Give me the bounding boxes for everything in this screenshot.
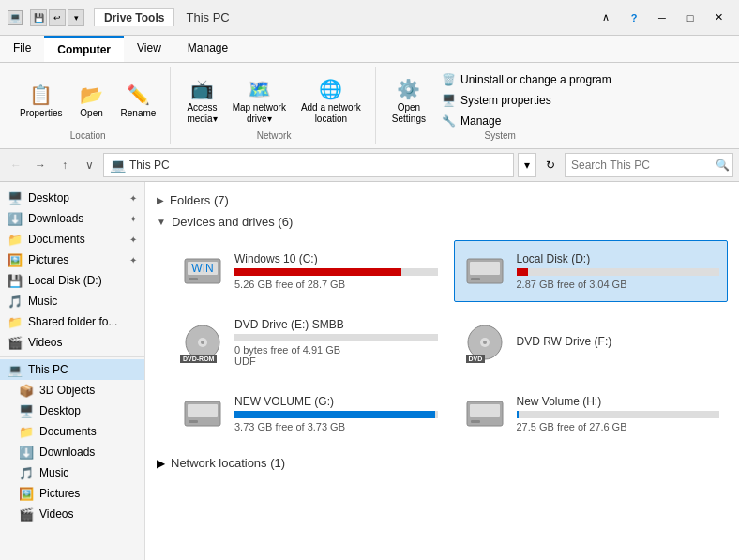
drive-h-size: 27.5 GB free of 27.6 GB bbox=[517, 421, 720, 432]
sidebar-item-localdisk-d-pinned[interactable]: 💾 Local Disk (D:) bbox=[0, 270, 144, 291]
sidebar-item-videos-pinned[interactable]: 🎬 Videos bbox=[0, 332, 144, 353]
map-network-drive-button[interactable]: 🗺️ Map networkdrive▾ bbox=[226, 72, 293, 129]
maximize-button[interactable]: □ bbox=[677, 5, 703, 31]
svg-rect-6 bbox=[471, 278, 480, 280]
network-section-header[interactable]: ▶ Network locations (1) bbox=[157, 452, 728, 474]
drive-e[interactable]: DVD-ROM DVD Drive (E:) SMBB 0 bytes free… bbox=[172, 310, 446, 375]
close-button[interactable]: ✕ bbox=[705, 5, 731, 31]
add-network-location-button[interactable]: 🌐 Add a networklocation bbox=[294, 72, 368, 129]
desktop-icon: 🖥️ bbox=[19, 403, 34, 418]
drive-g-size: 3.73 GB free of 3.73 GB bbox=[234, 421, 438, 432]
search-input[interactable] bbox=[571, 159, 712, 172]
music-label: Music bbox=[39, 466, 68, 479]
properties-button[interactable]: 📋 Properties bbox=[13, 78, 69, 123]
documents-pinned-icon: 📁 bbox=[8, 232, 23, 247]
sidebar-item-shared-pinned[interactable]: 📁 Shared folder fo... bbox=[0, 311, 144, 332]
sidebar-item-desktop-pinned[interactable]: 🖥️ Desktop ✦ bbox=[0, 188, 144, 208]
properties-icon: 📋 bbox=[28, 82, 54, 108]
drive-g-bar-bg bbox=[234, 411, 438, 418]
manage-button[interactable]: 🔧 Manage bbox=[438, 112, 615, 130]
drive-tools-tab[interactable]: Drive Tools bbox=[94, 8, 174, 26]
add-network-icon: 🌐 bbox=[318, 76, 344, 102]
sidebar-item-videos[interactable]: 🎬 Videos bbox=[0, 504, 144, 524]
drive-h-bar-bg bbox=[517, 411, 720, 418]
sidebar-item-pictures[interactable]: 🖼️ Pictures bbox=[0, 483, 144, 504]
sidebar-item-documents[interactable]: 📁 Documents bbox=[0, 421, 144, 442]
nav-recent-button[interactable]: ∨ bbox=[79, 155, 99, 175]
uninstall-icon: 🗑️ bbox=[442, 72, 457, 87]
help-button[interactable]: ? bbox=[621, 5, 647, 31]
sidebar-item-desktop[interactable]: 🖥️ Desktop bbox=[0, 401, 144, 421]
sidebar-item-music-pinned[interactable]: 🎵 Music bbox=[0, 291, 144, 311]
minimize-button[interactable]: ─ bbox=[649, 5, 675, 31]
manage-icon: 🔧 bbox=[442, 114, 457, 129]
nav-forward-button[interactable]: → bbox=[30, 155, 51, 175]
network-buttons: 📺 Accessmedia▾ 🗺️ Map networkdrive▾ 🌐 Ad… bbox=[180, 70, 367, 130]
system-properties-button[interactable]: 🖥️ System properties bbox=[438, 91, 615, 110]
sidebar-divider bbox=[0, 356, 144, 357]
sidebar-item-this-pc[interactable]: 💻 This PC bbox=[0, 359, 144, 380]
uninstall-program-button[interactable]: 🗑️ Uninstall or change a program bbox=[438, 70, 615, 89]
documents-label: Documents bbox=[39, 425, 97, 438]
ribbon: File Computer View Manage 📋 Properties 📂… bbox=[0, 36, 739, 149]
svg-rect-3 bbox=[189, 278, 198, 280]
open-icon: 📂 bbox=[79, 82, 105, 108]
pictures-pin: ✦ bbox=[129, 255, 137, 265]
open-button[interactable]: 📂 Open bbox=[71, 78, 113, 123]
shared-pinned-icon: 📁 bbox=[8, 314, 23, 329]
drive-d-name: Local Disk (D:) bbox=[517, 252, 720, 265]
tab-file[interactable]: File bbox=[0, 36, 44, 62]
drive-d-size: 2.87 GB free of 3.04 GB bbox=[517, 279, 720, 290]
qa-dropdown[interactable]: ▾ bbox=[68, 9, 84, 26]
folders-section-header[interactable]: ▶ Folders (7) bbox=[157, 189, 728, 211]
nav-up-button[interactable]: ↑ bbox=[54, 155, 75, 175]
sidebar-item-music[interactable]: 🎵 Music bbox=[0, 462, 144, 483]
rename-icon: ✏️ bbox=[125, 82, 151, 108]
documents-pinned-label: Documents bbox=[28, 233, 85, 246]
title-bar: 💻 💾 ↩ ▾ Drive Tools This PC ∧ ? ─ □ ✕ bbox=[0, 0, 739, 36]
videos-icon: 🎬 bbox=[19, 507, 34, 522]
devices-section-header[interactable]: ▼ Devices and drives (6) bbox=[157, 211, 728, 233]
drive-e-icon: DVD-ROM bbox=[180, 320, 225, 365]
drive-c[interactable]: WIN Windows 10 (C:) 5.26 GB free of 28.7… bbox=[172, 240, 446, 302]
qa-btn-1[interactable]: 💾 bbox=[30, 9, 47, 26]
map-network-label: Map networkdrive▾ bbox=[233, 102, 286, 125]
svg-rect-5 bbox=[470, 262, 500, 275]
tab-computer[interactable]: Computer bbox=[44, 36, 124, 62]
sidebar-item-downloads[interactable]: ⬇️ Downloads bbox=[0, 442, 144, 462]
tab-view[interactable]: View bbox=[124, 36, 174, 62]
sidebar-item-3d-objects[interactable]: 📦 3D Objects bbox=[0, 380, 144, 401]
svg-rect-15 bbox=[189, 420, 198, 423]
drive-d-bar-bg bbox=[517, 268, 720, 276]
address-path[interactable]: 💻 This PC bbox=[103, 153, 514, 177]
path-text: This PC bbox=[129, 159, 170, 172]
address-bar: ← → ↑ ∨ 💻 This PC ▾ ↻ 🔍 bbox=[0, 149, 739, 182]
address-dropdown-button[interactable]: ▾ bbox=[518, 153, 536, 177]
sidebar-item-downloads-pinned[interactable]: ⬇️ Downloads ✦ bbox=[0, 208, 144, 229]
open-settings-button[interactable]: ⚙️ OpenSettings bbox=[385, 72, 432, 129]
downloads-pin: ✦ bbox=[129, 214, 137, 224]
drive-d[interactable]: Local Disk (D:) 2.87 GB free of 3.04 GB bbox=[454, 240, 729, 302]
ribbon-group-location: 📋 Properties 📂 Open ✏️ Rename Location bbox=[6, 67, 171, 144]
drive-e-info: DVD Drive (E:) SMBB 0 bytes free of 4.91… bbox=[234, 318, 438, 367]
rename-button[interactable]: ✏️ Rename bbox=[114, 78, 163, 123]
svg-text:WIN: WIN bbox=[191, 262, 213, 275]
refresh-button[interactable]: ↻ bbox=[540, 155, 561, 175]
nav-back-button[interactable]: ← bbox=[6, 155, 26, 175]
rename-label: Rename bbox=[121, 108, 157, 119]
music-pinned-label: Music bbox=[28, 295, 57, 308]
sidebar-item-pictures-pinned[interactable]: 🖼️ Pictures ✦ bbox=[0, 250, 144, 270]
drive-c-icon: WIN bbox=[180, 249, 225, 294]
collapse-ribbon-button[interactable]: ∧ bbox=[593, 5, 619, 31]
qa-btn-2[interactable]: ↩ bbox=[49, 9, 66, 26]
map-network-icon: 🗺️ bbox=[246, 76, 272, 102]
drive-h[interactable]: New Volume (H:) 27.5 GB free of 27.6 GB bbox=[454, 383, 729, 445]
access-media-button[interactable]: 📺 Accessmedia▾ bbox=[180, 72, 223, 129]
tab-manage[interactable]: Manage bbox=[174, 36, 241, 62]
drive-f[interactable]: DVD DVD RW Drive (F:) bbox=[454, 310, 729, 375]
drive-g[interactable]: NEW VOLUME (G:) 3.73 GB free of 3.73 GB bbox=[172, 383, 446, 445]
sidebar-item-documents-pinned[interactable]: 📁 Documents ✦ bbox=[0, 229, 144, 250]
documents-icon: 📁 bbox=[19, 424, 34, 439]
system-props-icon: 🖥️ bbox=[442, 93, 457, 108]
manage-label: Manage bbox=[460, 114, 501, 128]
